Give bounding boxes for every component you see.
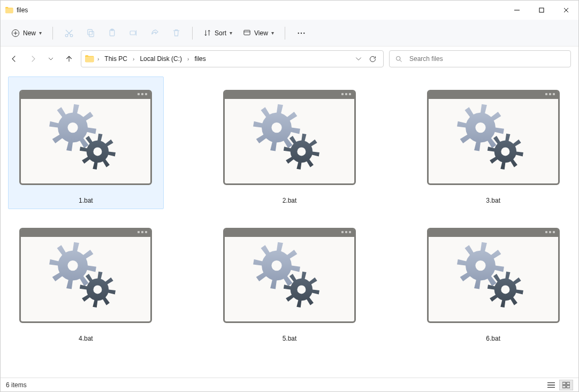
breadcrumb-label: files (194, 55, 205, 63)
view-button[interactable]: View ▾ (239, 27, 278, 39)
trash-icon (172, 28, 181, 37)
bat-file-icon (223, 228, 356, 323)
svg-rect-29 (567, 385, 570, 387)
svg-rect-9 (244, 30, 250, 35)
arrow-right-icon (28, 55, 37, 63)
svg-point-24 (475, 260, 485, 271)
command-bar: New ▾ Sort ▾ View ▾ (1, 20, 578, 47)
details-view-button[interactable] (544, 380, 558, 390)
breadcrumb-item[interactable]: Local Disk (C:) (138, 54, 184, 64)
svg-rect-4 (89, 32, 94, 37)
svg-rect-28 (562, 385, 566, 387)
svg-point-23 (297, 285, 306, 294)
file-thumbnail (18, 78, 154, 185)
sort-icon (203, 29, 211, 37)
file-item[interactable]: 1.bat (8, 76, 164, 209)
status-bar: 6 items (1, 378, 578, 391)
more-button[interactable] (292, 24, 311, 43)
gears-icon (451, 100, 536, 175)
file-name: 2.bat (283, 197, 297, 204)
up-button[interactable] (63, 52, 75, 65)
gears-icon (247, 238, 332, 313)
address-bar[interactable]: › This PC › Local Disk (C:) › files (81, 50, 384, 67)
delete-button[interactable] (166, 24, 186, 43)
separator (52, 27, 53, 40)
folder-icon (85, 54, 94, 64)
file-thumbnail (425, 78, 561, 185)
svg-point-18 (475, 122, 485, 133)
new-button[interactable]: New ▾ (7, 27, 46, 40)
minimize-button[interactable] (505, 1, 529, 20)
svg-point-10 (298, 32, 299, 33)
gears-icon (43, 238, 128, 313)
view-icon (243, 29, 251, 37)
svg-rect-26 (562, 382, 566, 384)
copy-button[interactable] (81, 24, 100, 43)
breadcrumb-label: Local Disk (C:) (140, 55, 182, 63)
rename-button[interactable] (124, 24, 143, 43)
chevron-right-icon[interactable]: › (186, 56, 190, 62)
file-item[interactable]: 5.bat (212, 214, 368, 347)
svg-point-13 (397, 56, 401, 60)
window-title: files (17, 6, 28, 14)
cut-button[interactable] (59, 24, 79, 43)
svg-point-22 (271, 260, 281, 271)
chevron-down-icon: ▾ (39, 30, 42, 36)
maximize-button[interactable] (529, 1, 554, 20)
file-item[interactable]: 6.bat (415, 214, 571, 347)
file-view[interactable]: 1.bat 2.bat (1, 71, 578, 378)
view-button-label: View (254, 29, 268, 37)
chevron-down-icon[interactable] (355, 55, 362, 63)
plus-circle-icon (11, 29, 20, 37)
search-icon (395, 55, 403, 63)
back-button[interactable] (8, 52, 21, 65)
breadcrumb-item[interactable]: files (192, 54, 208, 64)
file-name: 3.bat (486, 197, 500, 204)
item-count: 6 items (6, 381, 27, 389)
search-input[interactable] (408, 55, 565, 63)
file-thumbnail (18, 216, 154, 323)
share-button[interactable] (145, 24, 164, 43)
chevron-right-icon[interactable]: › (96, 56, 100, 62)
file-item[interactable]: 2.bat (212, 76, 368, 209)
thumbnails-view-button[interactable] (559, 380, 573, 390)
grid-icon (562, 382, 570, 388)
breadcrumb-label: This PC (104, 55, 127, 63)
arrow-left-icon (10, 55, 19, 63)
svg-point-15 (94, 147, 102, 156)
file-thumbnail (221, 78, 357, 185)
file-name: 1.bat (79, 197, 93, 204)
gears-icon (247, 100, 332, 175)
rename-icon (129, 28, 138, 37)
sort-button[interactable]: Sort ▾ (199, 27, 237, 39)
recent-locations-button[interactable] (44, 52, 57, 65)
bat-file-icon (427, 90, 560, 185)
file-name: 4.bat (79, 335, 93, 342)
forward-button[interactable] (26, 52, 39, 65)
gears-icon (43, 100, 128, 175)
file-thumbnail (221, 216, 357, 323)
title-bar: files (1, 1, 578, 20)
search-box[interactable] (389, 50, 571, 67)
svg-point-20 (68, 260, 78, 271)
bat-file-icon (19, 90, 152, 185)
file-name: 6.bat (486, 335, 500, 342)
scissors-icon (64, 28, 74, 38)
file-item[interactable]: 4.bat (8, 214, 164, 347)
svg-rect-27 (567, 382, 570, 384)
file-name: 5.bat (283, 335, 297, 342)
breadcrumb-item[interactable]: This PC (102, 54, 129, 64)
svg-point-12 (303, 32, 304, 33)
file-item[interactable]: 3.bat (415, 76, 571, 209)
copy-icon (86, 28, 95, 37)
chevron-right-icon[interactable]: › (132, 56, 135, 62)
folder-icon (5, 6, 13, 14)
clipboard-icon (108, 28, 117, 37)
close-button[interactable] (554, 1, 578, 20)
svg-rect-8 (130, 31, 135, 35)
refresh-icon[interactable] (369, 55, 377, 63)
paste-button[interactable] (102, 24, 121, 43)
bat-file-icon (223, 90, 356, 185)
explorer-window: files New ▾ (0, 0, 579, 392)
separator (285, 27, 285, 40)
